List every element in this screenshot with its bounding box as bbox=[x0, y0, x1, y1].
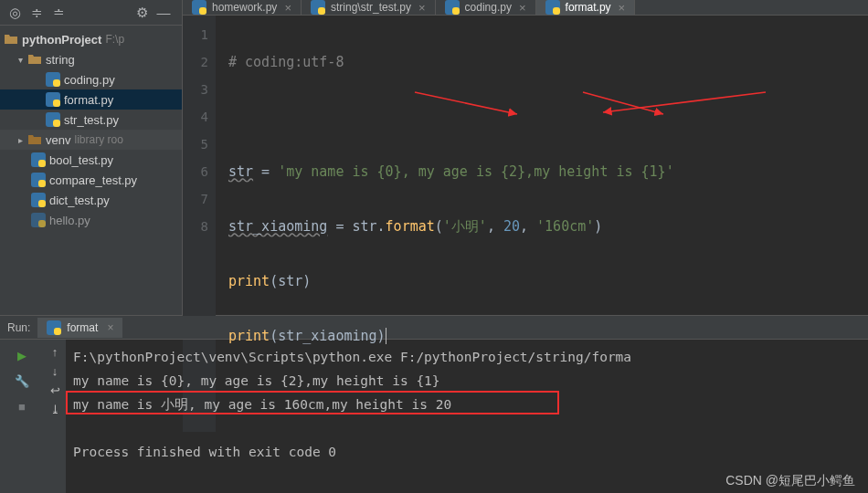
folder-icon bbox=[27, 52, 42, 67]
tree-file[interactable]: compare_test.py bbox=[0, 170, 182, 190]
python-file-icon bbox=[46, 112, 60, 127]
python-file-icon bbox=[31, 213, 46, 227]
close-icon[interactable]: × bbox=[107, 321, 113, 334]
run-console[interactable]: F:\pythonProject\venv\Scripts\python.exe… bbox=[66, 340, 868, 493]
python-file-icon bbox=[46, 72, 60, 87]
run-panel: Run: format × ▶ 🔧 ■ ↑ ↓ ↩ ⤓ F:\pythonPro… bbox=[0, 315, 868, 493]
tree-file[interactable]: str_test.py bbox=[0, 110, 182, 130]
expand-icon[interactable]: ≑ bbox=[27, 4, 46, 22]
tab-homework[interactable]: homework.py × bbox=[183, 0, 302, 15]
svg-rect-7 bbox=[38, 160, 46, 167]
tree-root[interactable]: pythonProject F:\p bbox=[0, 29, 182, 49]
chevron-down-icon: ▾ bbox=[15, 55, 26, 65]
console-line: F:\pythonProject\venv\Scripts\python.exe… bbox=[73, 345, 861, 369]
run-tool-gutter: ▶ 🔧 ■ bbox=[0, 340, 44, 493]
chevron-right-icon: ▸ bbox=[15, 135, 26, 145]
svg-rect-9 bbox=[38, 180, 46, 187]
root-label: pythonProject bbox=[22, 33, 101, 47]
svg-rect-5 bbox=[53, 120, 60, 127]
tree-file[interactable]: bool_test.py bbox=[0, 150, 182, 170]
run-nav-gutter: ↑ ↓ ↩ ⤓ bbox=[44, 340, 66, 493]
watermark: CSDN @短尾巴小鳄鱼 bbox=[725, 473, 855, 489]
wrap-icon[interactable]: ↩ bbox=[50, 383, 60, 397]
close-icon[interactable]: × bbox=[619, 1, 626, 15]
python-file-icon bbox=[192, 0, 206, 15]
gear-icon[interactable]: ⚙ bbox=[132, 4, 151, 22]
run-tab[interactable]: format × bbox=[37, 318, 122, 338]
svg-rect-19 bbox=[452, 7, 460, 15]
tree-file[interactable]: coding.py bbox=[0, 69, 182, 89]
highlight-box bbox=[66, 391, 559, 414]
tree-file[interactable]: dict_test.py bbox=[0, 190, 182, 210]
tree-folder-venv[interactable]: ▸ venv library roo bbox=[0, 130, 182, 150]
tab-format[interactable]: format.py × bbox=[536, 0, 636, 15]
close-icon[interactable]: × bbox=[519, 1, 526, 15]
editor-area: homework.py × string\str_test.py × codin… bbox=[183, 0, 868, 315]
svg-rect-13 bbox=[38, 220, 46, 227]
wrench-icon[interactable]: 🔧 bbox=[12, 371, 32, 391]
svg-rect-15 bbox=[199, 7, 206, 15]
close-icon[interactable]: × bbox=[418, 1, 426, 15]
python-file-icon bbox=[445, 0, 460, 15]
python-file-icon bbox=[47, 320, 61, 335]
svg-rect-17 bbox=[318, 7, 325, 15]
stop-icon[interactable]: ■ bbox=[12, 396, 32, 416]
scroll-end-icon[interactable]: ⤓ bbox=[50, 403, 60, 416]
tab-coding[interactable]: coding.py × bbox=[436, 0, 536, 15]
svg-rect-21 bbox=[553, 7, 560, 15]
console-line: my name is {0}, my age is {2},my height … bbox=[73, 369, 861, 393]
python-file-icon bbox=[46, 92, 60, 107]
python-file-icon bbox=[31, 152, 46, 167]
python-file-icon bbox=[545, 0, 560, 15]
folder-icon bbox=[4, 32, 18, 47]
svg-rect-3 bbox=[53, 100, 60, 107]
tree-folder-string[interactable]: ▾ string bbox=[0, 49, 182, 69]
close-icon[interactable]: × bbox=[284, 1, 291, 15]
run-play-icon[interactable]: ▶ bbox=[12, 345, 32, 365]
project-tree: pythonProject F:\p ▾ string coding.py fo… bbox=[0, 26, 182, 234]
collapse-icon[interactable]: ≐ bbox=[49, 4, 68, 22]
project-panel: ◎ ≑ ≐ ⚙ — pythonProject F:\p ▾ string bbox=[0, 0, 183, 315]
hide-icon[interactable]: — bbox=[154, 4, 173, 22]
editor-tab-bar: homework.py × string\str_test.py × codin… bbox=[183, 0, 868, 16]
tab-strtest[interactable]: string\str_test.py × bbox=[302, 0, 436, 15]
tree-file-selected[interactable]: format.py bbox=[0, 89, 182, 110]
arrow-down-icon[interactable]: ↓ bbox=[52, 364, 58, 378]
svg-rect-11 bbox=[38, 200, 46, 207]
arrow-up-icon[interactable]: ↑ bbox=[52, 345, 58, 359]
run-title: Run: bbox=[7, 321, 30, 334]
python-file-icon bbox=[31, 193, 46, 207]
svg-rect-1 bbox=[53, 79, 60, 87]
python-file-icon bbox=[311, 0, 325, 15]
svg-rect-26 bbox=[54, 328, 61, 335]
tree-file[interactable]: hello.py bbox=[0, 210, 182, 230]
target-icon[interactable]: ◎ bbox=[5, 4, 24, 22]
library-folder-icon bbox=[27, 132, 42, 147]
python-file-icon bbox=[31, 173, 46, 187]
project-toolbar: ◎ ≑ ≐ ⚙ — bbox=[0, 0, 182, 26]
console-line: Process finished with exit code 0 bbox=[73, 440, 861, 464]
